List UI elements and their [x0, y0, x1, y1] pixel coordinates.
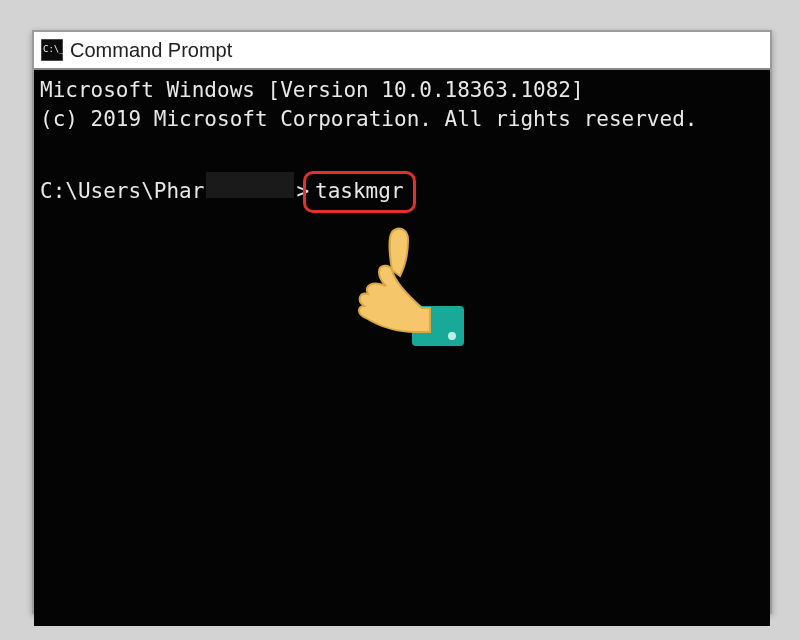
svg-text:C:\_: C:\_	[43, 44, 63, 54]
titlebar[interactable]: C:\_ Command Prompt	[34, 32, 770, 70]
terminal-area[interactable]: Microsoft Windows [Version 10.0.18363.10…	[34, 70, 770, 626]
command-highlight: taskmgr	[309, 177, 410, 206]
typed-command[interactable]: taskmgr	[309, 179, 410, 203]
screenshot-stage: C:\_ Command Prompt Microsoft Windows [V…	[0, 0, 800, 640]
svg-rect-2	[412, 306, 464, 346]
prompt-path-prefix: C:\Users\Phar	[40, 177, 204, 206]
pointing-hand-icon	[334, 224, 474, 364]
window-title: Command Prompt	[70, 39, 232, 62]
version-line: Microsoft Windows [Version 10.0.18363.10…	[40, 76, 764, 105]
cmd-icon: C:\_	[40, 38, 64, 62]
blank-line	[40, 135, 764, 164]
command-prompt-window: C:\_ Command Prompt Microsoft Windows [V…	[32, 30, 772, 614]
copyright-line: (c) 2019 Microsoft Corporation. All righ…	[40, 105, 764, 134]
redacted-username	[206, 172, 294, 198]
prompt-caret: >	[296, 177, 309, 206]
svg-point-3	[448, 332, 456, 340]
prompt-line: C:\Users\Phar > taskmgr	[40, 172, 764, 206]
